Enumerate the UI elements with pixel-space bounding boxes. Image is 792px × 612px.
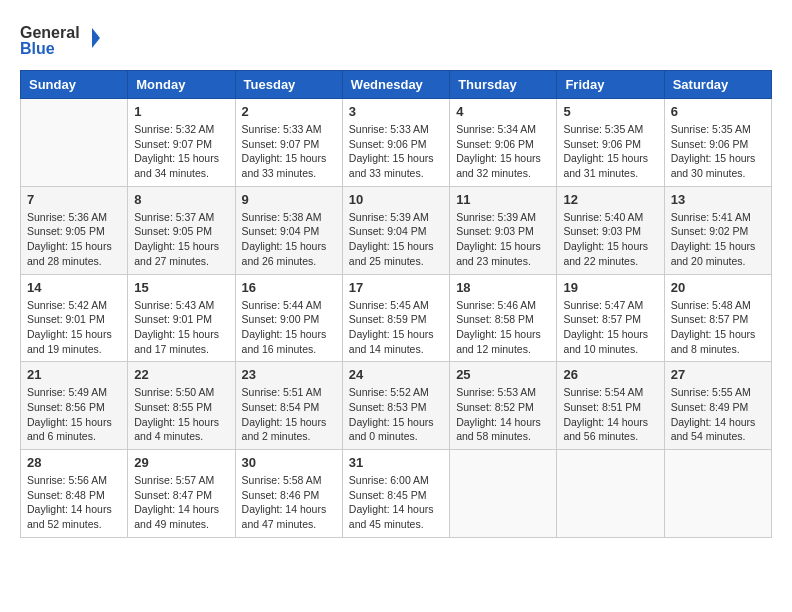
day-info: Sunrise: 5:47 AM Sunset: 8:57 PM Dayligh… bbox=[563, 298, 657, 357]
day-number: 6 bbox=[671, 104, 765, 119]
day-number: 15 bbox=[134, 280, 228, 295]
day-info: Sunrise: 5:33 AM Sunset: 9:06 PM Dayligh… bbox=[349, 122, 443, 181]
day-info: Sunrise: 6:00 AM Sunset: 8:45 PM Dayligh… bbox=[349, 473, 443, 532]
column-header-saturday: Saturday bbox=[664, 71, 771, 99]
day-info: Sunrise: 5:56 AM Sunset: 8:48 PM Dayligh… bbox=[27, 473, 121, 532]
column-header-friday: Friday bbox=[557, 71, 664, 99]
calendar-cell: 11Sunrise: 5:39 AM Sunset: 9:03 PM Dayli… bbox=[450, 186, 557, 274]
day-number: 16 bbox=[242, 280, 336, 295]
column-header-sunday: Sunday bbox=[21, 71, 128, 99]
calendar-cell: 2Sunrise: 5:33 AM Sunset: 9:07 PM Daylig… bbox=[235, 99, 342, 187]
calendar-cell bbox=[21, 99, 128, 187]
calendar-header-row: SundayMondayTuesdayWednesdayThursdayFrid… bbox=[21, 71, 772, 99]
calendar-cell: 15Sunrise: 5:43 AM Sunset: 9:01 PM Dayli… bbox=[128, 274, 235, 362]
day-info: Sunrise: 5:39 AM Sunset: 9:04 PM Dayligh… bbox=[349, 210, 443, 269]
calendar-cell: 22Sunrise: 5:50 AM Sunset: 8:55 PM Dayli… bbox=[128, 362, 235, 450]
calendar-cell: 28Sunrise: 5:56 AM Sunset: 8:48 PM Dayli… bbox=[21, 450, 128, 538]
day-info: Sunrise: 5:34 AM Sunset: 9:06 PM Dayligh… bbox=[456, 122, 550, 181]
day-info: Sunrise: 5:48 AM Sunset: 8:57 PM Dayligh… bbox=[671, 298, 765, 357]
day-number: 3 bbox=[349, 104, 443, 119]
day-number: 17 bbox=[349, 280, 443, 295]
day-number: 11 bbox=[456, 192, 550, 207]
day-info: Sunrise: 5:35 AM Sunset: 9:06 PM Dayligh… bbox=[671, 122, 765, 181]
calendar-cell: 29Sunrise: 5:57 AM Sunset: 8:47 PM Dayli… bbox=[128, 450, 235, 538]
calendar-cell: 9Sunrise: 5:38 AM Sunset: 9:04 PM Daylig… bbox=[235, 186, 342, 274]
calendar-cell: 3Sunrise: 5:33 AM Sunset: 9:06 PM Daylig… bbox=[342, 99, 449, 187]
calendar-week-row: 14Sunrise: 5:42 AM Sunset: 9:01 PM Dayli… bbox=[21, 274, 772, 362]
calendar-cell: 14Sunrise: 5:42 AM Sunset: 9:01 PM Dayli… bbox=[21, 274, 128, 362]
calendar-cell: 4Sunrise: 5:34 AM Sunset: 9:06 PM Daylig… bbox=[450, 99, 557, 187]
day-number: 9 bbox=[242, 192, 336, 207]
day-info: Sunrise: 5:57 AM Sunset: 8:47 PM Dayligh… bbox=[134, 473, 228, 532]
calendar-cell: 5Sunrise: 5:35 AM Sunset: 9:06 PM Daylig… bbox=[557, 99, 664, 187]
day-number: 23 bbox=[242, 367, 336, 382]
day-number: 19 bbox=[563, 280, 657, 295]
column-header-tuesday: Tuesday bbox=[235, 71, 342, 99]
calendar-cell: 17Sunrise: 5:45 AM Sunset: 8:59 PM Dayli… bbox=[342, 274, 449, 362]
day-info: Sunrise: 5:42 AM Sunset: 9:01 PM Dayligh… bbox=[27, 298, 121, 357]
day-info: Sunrise: 5:44 AM Sunset: 9:00 PM Dayligh… bbox=[242, 298, 336, 357]
calendar-cell bbox=[557, 450, 664, 538]
calendar-cell: 10Sunrise: 5:39 AM Sunset: 9:04 PM Dayli… bbox=[342, 186, 449, 274]
svg-text:General: General bbox=[20, 24, 80, 41]
day-number: 8 bbox=[134, 192, 228, 207]
day-info: Sunrise: 5:40 AM Sunset: 9:03 PM Dayligh… bbox=[563, 210, 657, 269]
day-number: 26 bbox=[563, 367, 657, 382]
calendar-cell: 24Sunrise: 5:52 AM Sunset: 8:53 PM Dayli… bbox=[342, 362, 449, 450]
day-number: 22 bbox=[134, 367, 228, 382]
day-number: 21 bbox=[27, 367, 121, 382]
day-info: Sunrise: 5:53 AM Sunset: 8:52 PM Dayligh… bbox=[456, 385, 550, 444]
calendar-cell: 18Sunrise: 5:46 AM Sunset: 8:58 PM Dayli… bbox=[450, 274, 557, 362]
calendar-cell: 23Sunrise: 5:51 AM Sunset: 8:54 PM Dayli… bbox=[235, 362, 342, 450]
day-info: Sunrise: 5:38 AM Sunset: 9:04 PM Dayligh… bbox=[242, 210, 336, 269]
day-info: Sunrise: 5:41 AM Sunset: 9:02 PM Dayligh… bbox=[671, 210, 765, 269]
calendar-cell bbox=[450, 450, 557, 538]
calendar-cell: 16Sunrise: 5:44 AM Sunset: 9:00 PM Dayli… bbox=[235, 274, 342, 362]
day-info: Sunrise: 5:37 AM Sunset: 9:05 PM Dayligh… bbox=[134, 210, 228, 269]
calendar-cell: 26Sunrise: 5:54 AM Sunset: 8:51 PM Dayli… bbox=[557, 362, 664, 450]
calendar-cell: 7Sunrise: 5:36 AM Sunset: 9:05 PM Daylig… bbox=[21, 186, 128, 274]
day-number: 20 bbox=[671, 280, 765, 295]
calendar-week-row: 7Sunrise: 5:36 AM Sunset: 9:05 PM Daylig… bbox=[21, 186, 772, 274]
day-number: 4 bbox=[456, 104, 550, 119]
day-info: Sunrise: 5:54 AM Sunset: 8:51 PM Dayligh… bbox=[563, 385, 657, 444]
calendar-week-row: 1Sunrise: 5:32 AM Sunset: 9:07 PM Daylig… bbox=[21, 99, 772, 187]
day-number: 24 bbox=[349, 367, 443, 382]
svg-marker-2 bbox=[92, 28, 100, 48]
calendar-cell: 21Sunrise: 5:49 AM Sunset: 8:56 PM Dayli… bbox=[21, 362, 128, 450]
day-info: Sunrise: 5:33 AM Sunset: 9:07 PM Dayligh… bbox=[242, 122, 336, 181]
column-header-monday: Monday bbox=[128, 71, 235, 99]
calendar-cell: 6Sunrise: 5:35 AM Sunset: 9:06 PM Daylig… bbox=[664, 99, 771, 187]
day-info: Sunrise: 5:39 AM Sunset: 9:03 PM Dayligh… bbox=[456, 210, 550, 269]
logo-icon: General Blue bbox=[20, 20, 100, 60]
page-header: General Blue bbox=[20, 20, 772, 60]
calendar-cell: 1Sunrise: 5:32 AM Sunset: 9:07 PM Daylig… bbox=[128, 99, 235, 187]
day-info: Sunrise: 5:32 AM Sunset: 9:07 PM Dayligh… bbox=[134, 122, 228, 181]
calendar-cell: 13Sunrise: 5:41 AM Sunset: 9:02 PM Dayli… bbox=[664, 186, 771, 274]
day-number: 25 bbox=[456, 367, 550, 382]
day-number: 14 bbox=[27, 280, 121, 295]
day-info: Sunrise: 5:45 AM Sunset: 8:59 PM Dayligh… bbox=[349, 298, 443, 357]
calendar-cell: 25Sunrise: 5:53 AM Sunset: 8:52 PM Dayli… bbox=[450, 362, 557, 450]
calendar-week-row: 28Sunrise: 5:56 AM Sunset: 8:48 PM Dayli… bbox=[21, 450, 772, 538]
day-info: Sunrise: 5:35 AM Sunset: 9:06 PM Dayligh… bbox=[563, 122, 657, 181]
day-number: 18 bbox=[456, 280, 550, 295]
calendar-cell: 12Sunrise: 5:40 AM Sunset: 9:03 PM Dayli… bbox=[557, 186, 664, 274]
calendar-cell: 8Sunrise: 5:37 AM Sunset: 9:05 PM Daylig… bbox=[128, 186, 235, 274]
logo: General Blue bbox=[20, 20, 100, 60]
day-info: Sunrise: 5:46 AM Sunset: 8:58 PM Dayligh… bbox=[456, 298, 550, 357]
day-info: Sunrise: 5:50 AM Sunset: 8:55 PM Dayligh… bbox=[134, 385, 228, 444]
day-number: 13 bbox=[671, 192, 765, 207]
day-number: 1 bbox=[134, 104, 228, 119]
column-header-wednesday: Wednesday bbox=[342, 71, 449, 99]
calendar-cell: 27Sunrise: 5:55 AM Sunset: 8:49 PM Dayli… bbox=[664, 362, 771, 450]
calendar-table: SundayMondayTuesdayWednesdayThursdayFrid… bbox=[20, 70, 772, 538]
day-info: Sunrise: 5:36 AM Sunset: 9:05 PM Dayligh… bbox=[27, 210, 121, 269]
day-number: 29 bbox=[134, 455, 228, 470]
day-info: Sunrise: 5:49 AM Sunset: 8:56 PM Dayligh… bbox=[27, 385, 121, 444]
calendar-cell: 31Sunrise: 6:00 AM Sunset: 8:45 PM Dayli… bbox=[342, 450, 449, 538]
calendar-cell: 30Sunrise: 5:58 AM Sunset: 8:46 PM Dayli… bbox=[235, 450, 342, 538]
day-number: 12 bbox=[563, 192, 657, 207]
day-info: Sunrise: 5:55 AM Sunset: 8:49 PM Dayligh… bbox=[671, 385, 765, 444]
day-info: Sunrise: 5:43 AM Sunset: 9:01 PM Dayligh… bbox=[134, 298, 228, 357]
